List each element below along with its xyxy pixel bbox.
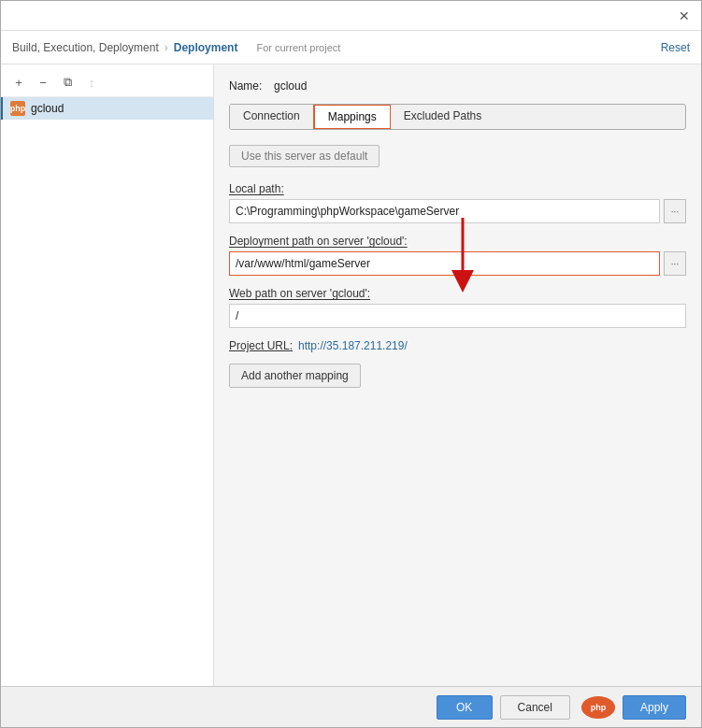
cancel-button[interactable]: Cancel: [500, 695, 570, 720]
tabs-bar: Connection Mappings Excluded Paths: [229, 104, 686, 130]
reset-link[interactable]: Reset: [661, 41, 690, 54]
add-mapping-button[interactable]: Add another mapping: [229, 364, 361, 388]
right-panel: Name: gcloud Connection Mappings Exclude…: [214, 64, 701, 686]
tab-connection[interactable]: Connection: [230, 105, 314, 129]
breadcrumb-part2: Deployment: [174, 41, 238, 54]
bottom-bar: OK Cancel php Apply: [1, 686, 701, 727]
project-url-link[interactable]: http://35.187.211.219/: [298, 339, 408, 352]
main-content: + − ⧉ ↕ php gcloud Name: gcloud Connecti…: [1, 64, 701, 686]
breadcrumb-separator: ›: [165, 41, 168, 54]
copy-server-button[interactable]: ⧉: [57, 72, 78, 93]
sidebar: + − ⧉ ↕ php gcloud: [1, 64, 214, 686]
local-path-browse-button[interactable]: ···: [664, 199, 686, 223]
remove-server-button[interactable]: −: [33, 72, 53, 93]
main-window: ✕ Build, Execution, Deployment › Deploym…: [0, 0, 702, 728]
breadcrumb-project-note: For current project: [256, 42, 340, 53]
breadcrumb-bar: Build, Execution, Deployment › Deploymen…: [1, 31, 701, 64]
web-path-group: Web path on server 'gcloud':: [229, 287, 686, 328]
web-path-input[interactable]: [229, 304, 686, 328]
add-server-button[interactable]: +: [8, 72, 29, 93]
tab-excluded-paths[interactable]: Excluded Paths: [391, 105, 494, 129]
project-url-label: Project URL:: [229, 339, 293, 352]
ok-button[interactable]: OK: [437, 695, 493, 720]
tab-mappings[interactable]: Mappings: [313, 104, 392, 130]
close-button[interactable]: ✕: [671, 3, 697, 29]
move-server-button: ↕: [81, 72, 102, 93]
use-default-button[interactable]: Use this server as default: [229, 145, 380, 167]
local-path-label: Local path:: [229, 182, 686, 195]
sidebar-item-label: gcloud: [31, 102, 64, 115]
name-label: Name:: [229, 79, 266, 93]
breadcrumb: Build, Execution, Deployment › Deploymen…: [12, 41, 237, 54]
arrow-indicator: [435, 218, 491, 293]
php-badge: php: [581, 696, 615, 719]
name-value: gcloud: [274, 79, 307, 93]
sidebar-toolbar: + − ⧉ ↕: [1, 68, 213, 97]
title-bar: ✕: [1, 1, 701, 31]
apply-button[interactable]: Apply: [623, 695, 686, 720]
sidebar-item-gcloud[interactable]: php gcloud: [1, 97, 213, 120]
project-url-row: Project URL: http://35.187.211.219/: [229, 339, 686, 352]
deployment-path-browse-button[interactable]: ···: [664, 251, 686, 276]
server-icon: php: [10, 101, 25, 116]
name-row: Name: gcloud: [229, 79, 686, 93]
breadcrumb-part1: Build, Execution, Deployment: [12, 41, 159, 54]
web-path-row: [229, 304, 686, 328]
